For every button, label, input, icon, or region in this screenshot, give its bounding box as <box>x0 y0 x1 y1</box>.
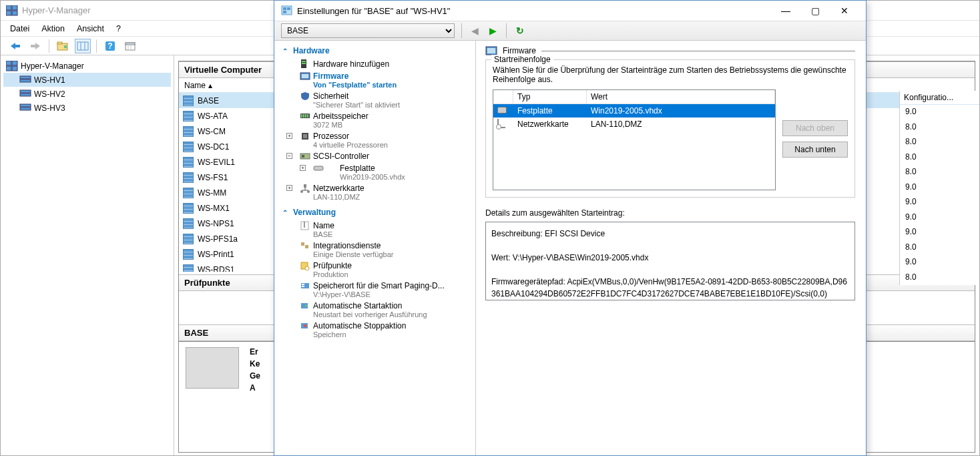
detail-label: Details zum ausgewählten Starteintrag: <box>485 208 855 218</box>
node-processor[interactable]: + Prozessor 4 virtuelle Prozessoren <box>274 130 475 150</box>
svg-rect-40 <box>307 114 308 118</box>
node-name[interactable]: I Name BASE <box>274 220 475 240</box>
col-wert[interactable]: Wert <box>587 90 775 103</box>
refresh-button[interactable]: ↻ <box>513 25 527 36</box>
next-button[interactable]: ▶ <box>487 25 499 36</box>
scsi-icon <box>300 152 310 161</box>
vm-icon <box>183 142 194 152</box>
tree-root[interactable]: Hyper-V-Manager <box>3 59 171 73</box>
config-value: 9.0 <box>900 225 979 240</box>
menu-datei[interactable]: Datei <box>10 24 29 33</box>
folder-button[interactable] <box>55 39 71 53</box>
svg-rect-1 <box>12 5 17 10</box>
node-autostart[interactable]: Automatische Startaktion Neustart bei vo… <box>274 300 475 320</box>
maximize-button[interactable]: ▢ <box>800 1 830 20</box>
dialog-titlebar: Einstellungen für "BASE" auf "WS-HV1" — … <box>274 1 866 21</box>
svg-rect-14 <box>126 43 135 45</box>
svg-rect-7 <box>57 42 62 44</box>
config-value: 9.0 <box>900 210 979 226</box>
detail-box: Beschreibung: EFI SCSI Device Wert: V:\H… <box>485 222 855 300</box>
node-scsi[interactable]: − SCSI-Controller <box>274 150 475 162</box>
prev-button[interactable]: ◀ <box>469 25 481 36</box>
boot-row-0[interactable]: Festplatte Win2019-2005.vhdx <box>493 104 775 118</box>
tree-host-WS-HV1[interactable]: WS-HV1 <box>3 73 171 87</box>
boot-table[interactable]: Typ Wert Festplatte Win2019-2005.vhdx <box>493 89 776 190</box>
network-icon <box>497 119 505 128</box>
svg-rect-42 <box>303 134 307 138</box>
dialog-toolbar: BASE ◀ ▶ ↻ <box>274 21 866 41</box>
back-button[interactable] <box>7 39 23 53</box>
tree-host-WS-HV3[interactable]: WS-HV3 <box>3 101 171 115</box>
calendar-button[interactable] <box>122 39 138 53</box>
vm-icon <box>183 249 194 260</box>
vm-selector[interactable]: BASE <box>281 23 455 38</box>
host-icon <box>19 103 31 113</box>
boot-row-1[interactable]: Netzwerkkarte LAN-110,DMZ <box>493 118 775 131</box>
node-memory[interactable]: Arbeitsspeicher 3072 MB <box>274 110 475 130</box>
node-paging[interactable]: Speicherort für die Smart Paging-D... V:… <box>274 280 475 300</box>
add-hw-icon <box>300 59 310 69</box>
config-value: 8.0 <box>900 240 979 256</box>
svg-rect-0 <box>6 5 11 10</box>
vm-icon <box>183 172 194 183</box>
svg-rect-59 <box>302 286 304 287</box>
col-konfiguration[interactable]: Konfiguratio... <box>900 91 979 105</box>
svg-rect-29 <box>287 7 290 10</box>
svg-rect-53 <box>301 242 304 246</box>
col-typ[interactable]: Typ <box>513 90 587 103</box>
expand-icon[interactable]: + <box>286 133 292 139</box>
collapse-icon[interactable]: − <box>286 153 292 159</box>
config-value: 9.0 <box>900 195 979 210</box>
firmware-icon <box>300 71 310 81</box>
config-value: 8.0 <box>900 165 979 180</box>
group-hardware[interactable]: ⌃Hardware <box>274 43 475 58</box>
move-up-button[interactable]: Nach oben <box>782 120 848 136</box>
svg-rect-20 <box>12 66 17 71</box>
minimize-button[interactable]: — <box>771 1 800 20</box>
tree-pane: Hyper-V-Manager WS-HV1WS-HV2WS-HV3 <box>1 55 174 455</box>
node-integration[interactable]: Integrationsdienste Einige Dienste verfü… <box>274 240 475 260</box>
expand-icon[interactable]: + <box>300 165 306 171</box>
thumbnail <box>186 347 239 389</box>
config-value: 9.0 <box>900 105 979 120</box>
svg-rect-44 <box>302 155 304 158</box>
svg-rect-39 <box>305 114 306 118</box>
integration-icon <box>300 241 310 250</box>
svg-rect-23 <box>20 90 31 93</box>
node-network[interactable]: + Netzwerkkarte LAN-110,DMZ <box>274 182 475 202</box>
checkpoint-icon <box>300 261 310 270</box>
disk-icon <box>497 107 507 113</box>
node-autostop[interactable]: Automatische Stoppaktion Speichern <box>274 320 475 340</box>
group-management[interactable]: ⌃Verwaltung <box>274 205 475 220</box>
view-button[interactable] <box>75 39 91 53</box>
expand-icon[interactable]: + <box>286 185 292 191</box>
move-down-button[interactable]: Nach unten <box>782 142 848 158</box>
svg-rect-18 <box>12 61 17 65</box>
forward-button[interactable] <box>27 39 43 53</box>
svg-rect-58 <box>302 284 304 285</box>
autostart-icon <box>300 301 310 310</box>
node-add-hardware[interactable]: Hardware hinzufügen <box>274 58 475 70</box>
node-scsi-disk[interactable]: + Festplatte Win2019-2005.vhdx <box>274 162 475 182</box>
vm-icon <box>183 234 194 244</box>
settings-tree: ⌃Hardware Hardware hinzufügen Firmware V… <box>274 41 476 455</box>
close-button[interactable]: ✕ <box>830 1 859 20</box>
col-name[interactable]: Name <box>184 81 206 90</box>
tree-host-WS-HV2[interactable]: WS-HV2 <box>3 87 171 101</box>
menu-ansicht[interactable]: Ansicht <box>77 24 104 33</box>
svg-rect-38 <box>303 114 304 118</box>
firmware-icon <box>485 46 497 55</box>
svg-rect-64 <box>487 48 495 53</box>
node-security[interactable]: Sicherheit "Sicherer Start" ist aktivier… <box>274 90 475 110</box>
boot-order-fieldset: Startreihenfolge Wählen Sie für die Über… <box>485 59 855 198</box>
svg-rect-62 <box>304 324 306 327</box>
vm-icon <box>183 111 194 122</box>
vm-icon <box>183 157 194 168</box>
menu-help[interactable]: ? <box>116 24 121 33</box>
node-checkpoints[interactable]: Prüfpunkte Produktion <box>274 260 475 280</box>
network-icon <box>300 184 310 193</box>
config-value: 9.0 <box>900 255 979 270</box>
node-firmware[interactable]: Firmware Von "Festplatte" starten <box>274 70 475 90</box>
help-button[interactable]: ? <box>102 39 118 53</box>
menu-aktion[interactable]: Aktion <box>41 24 65 33</box>
